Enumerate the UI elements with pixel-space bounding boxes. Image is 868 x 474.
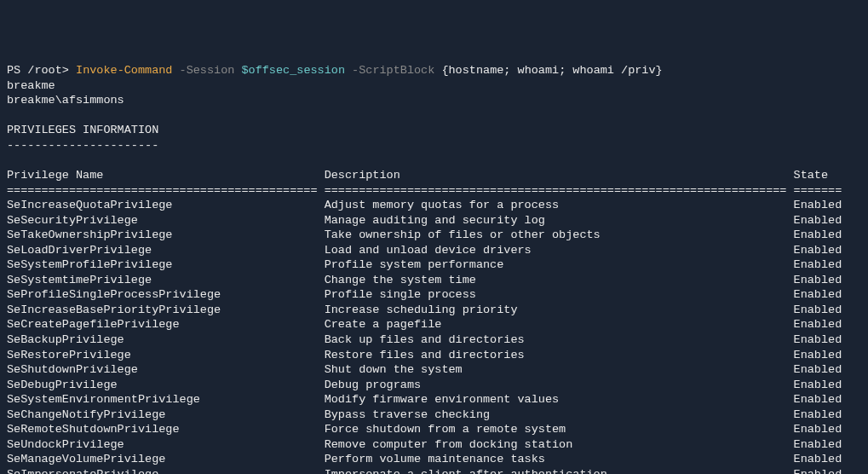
cmd-scriptblock: {hostname; whoami; whoami /priv} [441,64,662,77]
table-row: SeManageVolumePrivilege Perform volume m… [7,452,861,467]
table-row: SeRestorePrivilege Restore files and dir… [7,348,861,363]
table-header: Privilege Name Description State [7,168,861,183]
table-row: SeSystemEnvironmentPrivilege Modify firm… [7,392,861,408]
cmd-param-scriptblock: -ScriptBlock [345,64,441,77]
table-row: SeProfileSingleProcessPrivilege Profile … [7,287,861,303]
table-row: SeTakeOwnershipPrivilege Take ownership … [7,228,861,243]
table-row: SeLoadDriverPrivilege Load and unload de… [7,243,861,258]
table-row: SeImpersonatePrivilege Impersonate a cli… [7,467,861,474]
table-row: SeSecurityPrivilege Manage auditing and … [7,213,861,228]
table-divider: ========================================… [7,183,861,199]
table-row: SeChangeNotifyPrivilege Bypass traverse … [7,408,861,423]
output-hostname: breakme [7,78,861,94]
table-row: SeSystemtimePrivilege Change the system … [7,273,861,288]
table-row: SeSystemProfilePrivilege Profile system … [7,257,861,273]
table-row: SeUndockPrivilege Remove computer from d… [7,437,861,453]
table-row: SeCreatePagefilePrivilege Create a pagef… [7,317,861,332]
table-row: SeIncreaseBasePriorityPrivilege Increase… [7,303,861,318]
table-row: SeShutdownPrivilege Shut down the system… [7,362,861,378]
prompt-ps: PS [7,64,27,77]
output-whoami: breakme\afsimmons [7,93,861,108]
section-title: PRIVILEGES INFORMATION [7,123,861,138]
prompt-path: /root> [27,64,76,77]
terminal-output[interactable]: PS /root> Invoke-Command -Session $offse… [7,63,861,474]
section-underline: ---------------------- [7,138,861,153]
cmdlet-name: Invoke-Command [76,64,172,77]
command-line-1: PS /root> Invoke-Command -Session $offse… [7,63,861,78]
table-row: SeBackupPrivilege Back up files and dire… [7,332,861,348]
cmd-variable: $offsec_session [241,64,345,77]
table-row: SeIncreaseQuotaPrivilege Adjust memory q… [7,198,861,213]
table-row: SeRemoteShutdownPrivilege Force shutdown… [7,422,861,437]
blank-line [7,153,861,168]
table-row: SeDebugPrivilege Debug programs Enabled [7,378,861,393]
cmd-param-session: -Session [172,64,241,77]
blank-line [7,108,861,124]
